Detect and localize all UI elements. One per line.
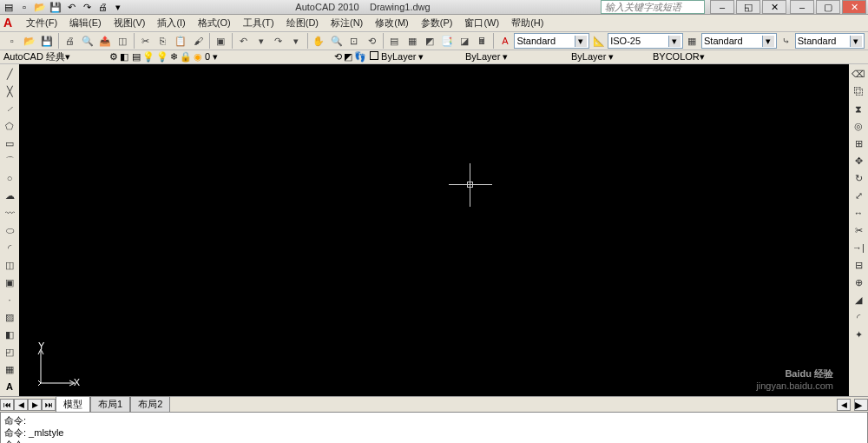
blockeditor-icon[interactable]: ▣ — [213, 32, 229, 50]
app-minimize-button[interactable]: – — [790, 0, 814, 14]
menu-format[interactable]: 格式(O) — [193, 15, 236, 31]
scale-icon[interactable]: ⤢ — [851, 188, 866, 203]
mleaderstyle-icon[interactable]: ⤷ — [778, 32, 794, 50]
dropdown-icon[interactable]: ▾ — [668, 36, 681, 47]
dimstyle-icon[interactable]: 📐 — [590, 32, 607, 50]
publish-icon[interactable]: 📤 — [96, 32, 113, 50]
copy-icon[interactable]: ⎘ — [155, 32, 171, 50]
arc-icon[interactable]: ⌒ — [2, 153, 17, 169]
make-block-icon[interactable]: ▣ — [2, 274, 17, 290]
point-icon[interactable]: · — [2, 292, 17, 307]
stretch-icon[interactable]: ↔ — [851, 205, 866, 221]
polyline-icon[interactable]: ⟋ — [2, 101, 17, 116]
quickcalc-icon[interactable]: 🖩 — [474, 32, 490, 50]
table-icon[interactable]: ▦ — [2, 361, 17, 377]
menu-edit[interactable]: 编辑(E) — [64, 15, 107, 31]
zoom-realtime-icon[interactable]: 🔍 — [328, 32, 345, 50]
plot-preview-icon[interactable]: 🔍 — [79, 32, 95, 50]
app-menu-icon[interactable]: ▤ — [2, 0, 16, 14]
chamfer-icon[interactable]: ◢ — [851, 292, 866, 307]
lineweight-combo[interactable]: ByLayer ▾ — [564, 51, 651, 63]
3ddwf-icon[interactable]: ◫ — [114, 32, 130, 50]
zoom-previous-icon[interactable]: ⟲ — [364, 32, 380, 50]
tablestyle-icon[interactable]: ▦ — [684, 32, 700, 50]
matchprop-icon[interactable]: 🖌 — [189, 32, 206, 50]
circle-icon[interactable]: ○ — [2, 170, 17, 186]
xline-icon[interactable]: ╳ — [2, 83, 17, 99]
tab-layout1[interactable]: 布局1 — [90, 396, 130, 413]
revcloud-icon[interactable]: ☁ — [2, 188, 17, 203]
new-icon[interactable]: ▫ — [17, 0, 31, 14]
rotate-icon[interactable]: ↻ — [851, 170, 866, 186]
menu-window[interactable]: 窗口(W) — [459, 15, 504, 31]
dropdown-icon[interactable]: ▾ — [418, 51, 424, 62]
tab-layout2[interactable]: 布局2 — [130, 396, 170, 413]
paste-icon[interactable]: 📋 — [172, 32, 188, 50]
array-icon[interactable]: ⊞ — [851, 136, 866, 151]
app-close-button[interactable]: ✕ — [842, 0, 866, 14]
workspace-settings-icon[interactable]: ⚙ — [109, 51, 118, 63]
drawing-viewport[interactable]: Y X Baidu 经验 jingyan.baidu.com — [19, 64, 849, 396]
layer-combo[interactable]: ◉ 0 ▾ — [194, 51, 332, 63]
print-icon[interactable]: 🖨 — [95, 0, 109, 14]
layer-previous-icon[interactable]: ⟲ — [334, 51, 342, 63]
pan-icon[interactable]: ✋ — [311, 32, 327, 50]
new-icon[interactable]: ▫ — [3, 32, 20, 50]
spline-icon[interactable]: 〰 — [2, 205, 17, 221]
save-icon[interactable]: 💾 — [49, 0, 62, 14]
undo-dropdown-icon[interactable]: ▾ — [253, 32, 269, 50]
command-line-area[interactable]: 命令: 命令: _mlstyle 命令: — [0, 412, 868, 443]
doc-restore-button[interactable]: ◱ — [736, 0, 760, 14]
autocad-logo-icon[interactable]: A — [3, 16, 19, 31]
qat-dropdown-icon[interactable]: ▾ — [111, 0, 125, 14]
text-style-combo[interactable]: Standard▾ — [514, 33, 589, 49]
app-maximize-button[interactable]: ▢ — [816, 0, 840, 14]
layer-properties-icon[interactable]: ▤ — [132, 51, 141, 63]
dim-style-combo[interactable]: ISO-25▾ — [608, 33, 683, 49]
move-icon[interactable]: ✥ — [851, 153, 866, 169]
undo-icon[interactable]: ↶ — [235, 32, 252, 50]
layer-lock-icon[interactable]: 🔒 — [180, 51, 192, 63]
layer-states-icon[interactable]: 💡 — [142, 51, 155, 63]
hscroll-right-icon[interactable]: ▶ — [854, 399, 868, 411]
menu-modify[interactable]: 修改(M) — [370, 15, 414, 31]
menu-draw[interactable]: 绘图(D) — [281, 15, 324, 31]
menu-tools[interactable]: 工具(T) — [238, 15, 279, 31]
open-icon[interactable]: 📂 — [33, 0, 47, 14]
region-icon[interactable]: ◰ — [2, 344, 17, 360]
insert-block-icon[interactable]: ◫ — [2, 257, 17, 273]
toolpalettes-icon[interactable]: ◩ — [421, 32, 437, 50]
tab-next-icon[interactable]: ▶ — [28, 399, 42, 411]
mirror-icon[interactable]: ⧗ — [851, 101, 866, 116]
fillet-icon[interactable]: ◜ — [851, 309, 866, 325]
erase-icon[interactable]: ⌫ — [851, 66, 866, 82]
color-combo[interactable]: ByLayer ▾ — [370, 51, 457, 63]
sheetset-icon[interactable]: 📑 — [438, 32, 455, 50]
menu-insert[interactable]: 插入(I) — [152, 15, 190, 31]
hatch-icon[interactable]: ▨ — [2, 309, 17, 325]
extend-icon[interactable]: →| — [851, 240, 866, 255]
redo-dropdown-icon[interactable]: ▾ — [288, 32, 305, 50]
undo-icon[interactable]: ↶ — [64, 0, 78, 14]
dropdown-icon[interactable]: ▾ — [850, 36, 862, 47]
open-icon[interactable]: 📂 — [21, 32, 37, 50]
menu-parametric[interactable]: 参数(P) — [416, 15, 458, 31]
layer-isolate-icon[interactable]: 💡 — [156, 51, 168, 63]
dropdown-icon[interactable]: ▾ — [762, 36, 774, 47]
markup-icon[interactable]: ◪ — [457, 32, 473, 50]
mleader-style-combo[interactable]: Standard▾ — [795, 33, 865, 49]
mtext-icon[interactable]: A — [2, 379, 17, 394]
workspace-save-icon[interactable]: ◧ — [120, 51, 128, 63]
properties-icon[interactable]: ▤ — [386, 32, 403, 50]
workspace-combo[interactable]: AutoCAD 经典▾ — [3, 50, 108, 63]
plot-icon[interactable]: 🖨 — [62, 32, 78, 50]
explode-icon[interactable]: ✦ — [851, 327, 866, 342]
dropdown-icon[interactable]: ▾ — [608, 51, 614, 62]
ellipse-arc-icon[interactable]: ◜ — [2, 240, 17, 255]
help-search-input[interactable] — [601, 0, 705, 14]
line-icon[interactable]: ╱ — [2, 66, 17, 82]
dropdown-icon[interactable]: ▾ — [503, 51, 508, 62]
menu-file[interactable]: 文件(F) — [21, 15, 62, 31]
command-prompt[interactable]: 命令: — [4, 439, 864, 443]
doc-close-button[interactable]: ✕ — [762, 0, 786, 14]
